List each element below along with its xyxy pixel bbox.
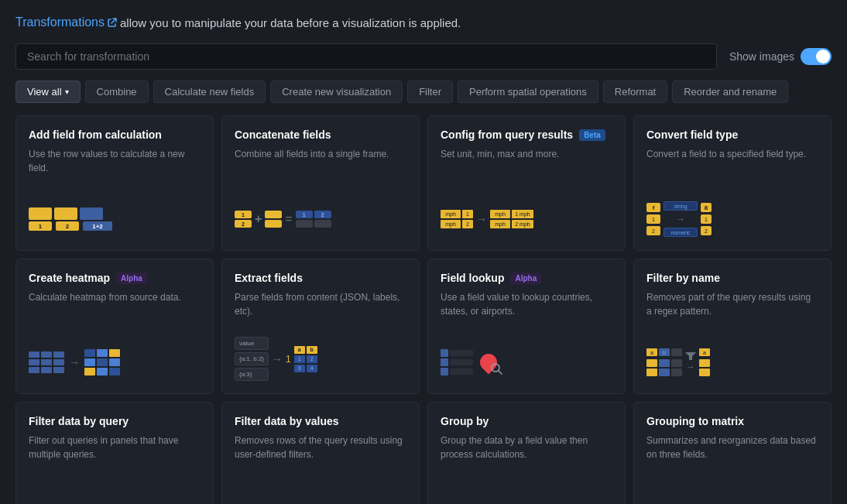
card-visual: [29, 487, 201, 504]
cf-label: f: [646, 203, 660, 212]
card-filter-by-name[interactable]: Filter by name Removes part of the query…: [633, 259, 832, 394]
concat-col-out: 1 2: [296, 211, 331, 228]
cr2: 2: [314, 211, 331, 218]
extract-out: a b 1 2 3 4: [294, 346, 317, 372]
heatmap-output: [84, 349, 120, 375]
card-heatmap[interactable]: Create heatmap Alpha Calculate heatmap f…: [15, 259, 214, 394]
card-visual: →: [29, 344, 201, 381]
extract-eq: 1: [286, 354, 291, 365]
tab-create-vis-label: Create new visualization: [282, 86, 391, 98]
card-visual: 1 2 1+2: [29, 201, 201, 238]
card-extract-fields[interactable]: Extract fields Parse fields from content…: [221, 259, 420, 394]
tab-create-new-visualization[interactable]: Create new visualization: [270, 81, 403, 103]
show-images-group: Show images: [729, 48, 832, 65]
filtername-visual: a b: [646, 348, 710, 376]
alpha-badge: Alpha: [116, 273, 147, 284]
tab-view-all[interactable]: View all ▾: [15, 81, 81, 103]
transformations-link[interactable]: Transformations: [15, 15, 117, 29]
er2: 1 2: [294, 355, 317, 363]
concat-col-mid: [265, 211, 282, 228]
fn-in: a b: [646, 348, 682, 376]
card-desc: Set unit, min, max and more.: [441, 147, 612, 193]
page-container: Transformations allow you to manipulate …: [0, 0, 847, 504]
convert-in: f 1 2: [646, 203, 660, 235]
tab-reformat[interactable]: Reformat: [603, 81, 667, 103]
card-concatenate[interactable]: Concatenate fields Combine all fields in…: [221, 115, 420, 251]
tab-reorder-rename[interactable]: Reorder and rename: [672, 81, 788, 103]
heatmap-visual: →: [29, 349, 120, 375]
tab-calculate-new-fields[interactable]: Calculate new fields: [153, 81, 266, 103]
extract-box-val: value: [235, 337, 269, 350]
tab-perform-spatial[interactable]: Perform spatial operations: [458, 81, 598, 103]
arrow-icon: →: [476, 213, 487, 225]
fn-arrow-icon: →: [686, 362, 695, 372]
tab-combine[interactable]: Combine: [85, 81, 149, 103]
hmi6: [53, 359, 64, 365]
card-visual: a b: [646, 344, 818, 381]
card-grouping-matrix[interactable]: Grouping to matrix Summarizes and reorga…: [633, 402, 832, 504]
omph1v: 1 mph: [512, 210, 533, 218]
card-title: Field lookup: [441, 272, 504, 284]
card-title: Group by: [441, 415, 489, 427]
fh-b: b: [659, 348, 670, 356]
fh-a: a: [646, 348, 657, 356]
convert-mid: string → numeric: [664, 201, 698, 237]
concat-visual: 1 2 + = 1 2: [235, 211, 331, 228]
hmo2: [97, 349, 108, 357]
tab-combine-label: Combine: [97, 86, 137, 98]
extract-in: value {a:1, b:2} {a:3}: [235, 337, 269, 381]
fn-r2: [646, 369, 682, 376]
search-row: Show images: [15, 43, 832, 70]
convert-arrow-icon: →: [676, 214, 685, 225]
tab-reformat-label: Reformat: [615, 86, 656, 98]
fh-c: [671, 348, 682, 356]
card-config-query[interactable]: Config from query results Beta Set unit,…: [427, 115, 626, 251]
card-desc: Filter out queries in panels that have m…: [29, 434, 201, 479]
card-visual: 1 2 + = 1 2: [235, 201, 406, 238]
fr1c: [671, 359, 682, 367]
tab-calculate-label: Calculate new fields: [165, 86, 255, 98]
card-visual: [235, 487, 406, 504]
hmi1: [29, 351, 39, 358]
lc2: [441, 358, 448, 366]
hmo9: [109, 368, 120, 375]
v2: 2: [462, 220, 473, 228]
hmi7: [29, 367, 39, 373]
foha: a: [699, 348, 710, 356]
calc-visual: 1 2 1+2: [29, 207, 112, 231]
card-add-field-calc[interactable]: Add field from calculation Use the row v…: [15, 115, 214, 251]
alpha-badge: Alpha: [510, 273, 541, 284]
omph2: mph: [490, 220, 510, 228]
header-link-text: Transformations: [15, 15, 105, 29]
search-input[interactable]: [15, 43, 717, 70]
card-header: Filter data by query: [29, 415, 201, 427]
card-title: Filter data by values: [235, 415, 339, 427]
tab-filter[interactable]: Filter: [407, 81, 453, 103]
lb1: [450, 350, 473, 356]
card-group-by[interactable]: Group by Group the data by a field value…: [427, 402, 626, 504]
card-header: Grouping to matrix: [646, 415, 818, 427]
eq-icon: =: [285, 212, 292, 226]
card-header: Config from query results Beta: [441, 129, 612, 141]
card-desc: Removes rows of the query results using …: [235, 434, 406, 479]
cout-row1: 1 2: [296, 211, 331, 218]
calc-top-row: [29, 207, 112, 220]
card-title: Filter data by query: [29, 415, 129, 427]
card-convert-field[interactable]: Convert field type Convert a field to a …: [633, 115, 832, 251]
show-images-toggle[interactable]: [801, 48, 832, 65]
card-visual: [441, 487, 612, 504]
c2: 2: [235, 220, 252, 228]
card-visual: value {a:1, b:2} {a:3} → 1 a b 1 2: [235, 337, 406, 381]
card-filter-data-query[interactable]: Filter data by query Filter out queries …: [15, 402, 214, 504]
cfo-label: 8: [701, 203, 712, 212]
card-filter-data-values[interactable]: Filter data by values Removes rows of th…: [221, 402, 420, 504]
card-header: Create heatmap Alpha: [29, 272, 201, 284]
hmo7: [84, 368, 95, 375]
hmi4: [29, 359, 39, 365]
omph2v: 2 mph: [512, 220, 533, 228]
omph1: mph: [490, 210, 510, 218]
card-field-lookup[interactable]: Field lookup Alpha Use a field value to …: [427, 259, 626, 394]
convert-visual: f 1 2 string → numeric 8 1 2: [646, 201, 712, 237]
extract-box-a: {a:1, b:2}: [235, 352, 269, 365]
svg-line-1: [499, 371, 502, 374]
